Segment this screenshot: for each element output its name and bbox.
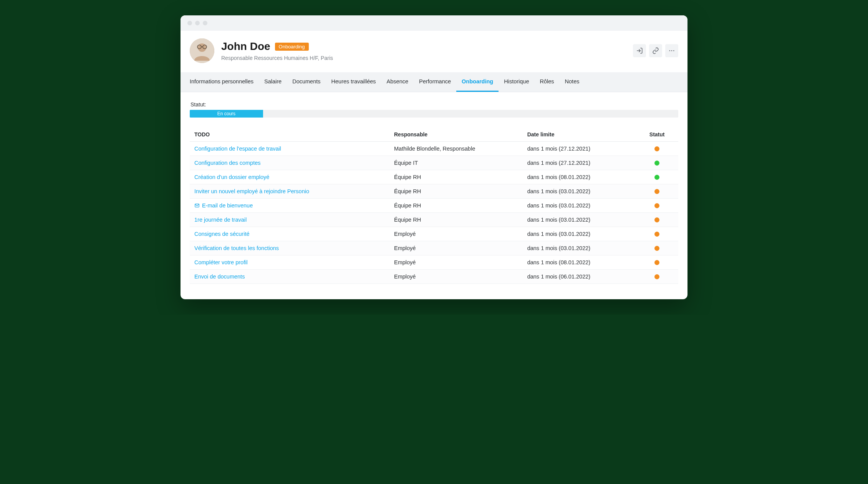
todo-link[interactable]: Création d'un dossier employé bbox=[194, 174, 394, 180]
link-button[interactable] bbox=[649, 44, 662, 57]
status-cell bbox=[640, 246, 674, 251]
tab-onboarding[interactable]: Onboarding bbox=[456, 72, 499, 92]
status-dot-orange bbox=[654, 189, 659, 194]
table-row: Consignes de sécuritéEmployédans 1 mois … bbox=[190, 227, 678, 241]
svg-point-6 bbox=[669, 50, 670, 51]
responsible-cell: Employé bbox=[394, 259, 527, 265]
table-row: Inviter un nouvel employé à rejoindre Pe… bbox=[190, 184, 678, 199]
avatar bbox=[190, 38, 214, 63]
employee-subtitle: Responsable Ressources Humaines H/F, Par… bbox=[221, 55, 626, 61]
link-icon bbox=[652, 47, 659, 54]
todo-label: Vérification de toutes les fonctions bbox=[194, 245, 279, 251]
status-cell bbox=[640, 161, 674, 166]
responsible-cell: Équipe RH bbox=[394, 188, 527, 194]
progress-bar: En cours bbox=[190, 110, 678, 118]
todo-link[interactable]: Envoi de documents bbox=[194, 273, 394, 280]
deadline-cell: dans 1 mois (08.01.2022) bbox=[527, 259, 641, 265]
responsible-cell: Équipe RH bbox=[394, 174, 527, 180]
responsible-cell: Employé bbox=[394, 245, 527, 251]
status-dot-orange bbox=[654, 260, 659, 265]
todo-label: Envoi de documents bbox=[194, 273, 245, 280]
responsible-cell: Équipe IT bbox=[394, 160, 527, 166]
onboarding-table: TODO Responsable Date limite Statut Conf… bbox=[190, 128, 678, 284]
avatar-placeholder-icon bbox=[190, 38, 214, 63]
progress-text: En cours bbox=[217, 111, 235, 116]
tab-documents[interactable]: Documents bbox=[287, 72, 326, 92]
todo-label: Compléter votre profil bbox=[194, 259, 248, 265]
todo-link[interactable]: Compléter votre profil bbox=[194, 259, 394, 265]
deadline-cell: dans 1 mois (03.01.2022) bbox=[527, 202, 641, 209]
status-cell bbox=[640, 217, 674, 222]
col-responsible: Responsable bbox=[394, 131, 527, 138]
profile-header: John Doe Onboarding Responsable Ressourc… bbox=[181, 31, 687, 72]
status-cell bbox=[640, 260, 674, 265]
status-label: Statut: bbox=[190, 101, 678, 108]
more-button[interactable] bbox=[665, 44, 678, 57]
tab-heures-travaill-es[interactable]: Heures travaillées bbox=[326, 72, 381, 92]
tab-historique[interactable]: Historique bbox=[499, 72, 534, 92]
svg-point-8 bbox=[673, 50, 674, 51]
responsible-cell: Mathilde Blondelle, Responsable bbox=[394, 146, 527, 152]
traffic-light-zoom[interactable] bbox=[203, 21, 207, 25]
status-dot-orange bbox=[654, 246, 659, 251]
todo-link[interactable]: E-mail de bienvenue bbox=[194, 202, 394, 209]
status-cell bbox=[640, 146, 674, 151]
responsible-cell: Équipe RH bbox=[394, 217, 527, 223]
tab-informations-personnelles[interactable]: Informations personnelles bbox=[184, 72, 259, 92]
status-cell bbox=[640, 274, 674, 279]
todo-label: Consignes de sécurité bbox=[194, 231, 249, 237]
table-row: E-mail de bienvenueÉquipe RHdans 1 mois … bbox=[190, 199, 678, 213]
status-cell bbox=[640, 203, 674, 208]
status-dot-orange bbox=[654, 217, 659, 222]
table-row: Configuration des comptesÉquipe ITdans 1… bbox=[190, 156, 678, 170]
todo-link[interactable]: Configuration de l'espace de travail bbox=[194, 146, 394, 152]
table-row: 1re journée de travailÉquipe RHdans 1 mo… bbox=[190, 213, 678, 227]
tab-r-les[interactable]: Rôles bbox=[535, 72, 560, 92]
deadline-cell: dans 1 mois (03.01.2022) bbox=[527, 231, 641, 237]
col-todo: TODO bbox=[194, 131, 394, 138]
tab-performance[interactable]: Performance bbox=[414, 72, 456, 92]
traffic-light-close[interactable] bbox=[187, 21, 192, 25]
status-dot-green bbox=[654, 175, 659, 180]
responsible-cell: Employé bbox=[394, 231, 527, 237]
status-cell bbox=[640, 175, 674, 180]
todo-label: 1re journée de travail bbox=[194, 217, 247, 223]
status-dot-orange bbox=[654, 203, 659, 208]
col-deadline: Date limite bbox=[527, 131, 641, 138]
todo-link[interactable]: Vérification de toutes les fonctions bbox=[194, 245, 394, 251]
todo-label: Création d'un dossier employé bbox=[194, 174, 269, 180]
login-as-button[interactable] bbox=[633, 44, 646, 57]
tab-salaire[interactable]: Salaire bbox=[259, 72, 287, 92]
tab-notes[interactable]: Notes bbox=[560, 72, 585, 92]
deadline-cell: dans 1 mois (27.12.2021) bbox=[527, 146, 641, 152]
titlebar bbox=[181, 15, 687, 31]
todo-label: Configuration de l'espace de travail bbox=[194, 146, 281, 152]
deadline-cell: dans 1 mois (06.01.2022) bbox=[527, 273, 641, 280]
status-dot-green bbox=[654, 161, 659, 166]
deadline-cell: dans 1 mois (03.01.2022) bbox=[527, 217, 641, 223]
todo-link[interactable]: Configuration des comptes bbox=[194, 160, 394, 166]
deadline-cell: dans 1 mois (03.01.2022) bbox=[527, 188, 641, 194]
todo-link[interactable]: Inviter un nouvel employé à rejoindre Pe… bbox=[194, 188, 394, 194]
todo-label: Configuration des comptes bbox=[194, 160, 261, 166]
mail-icon bbox=[194, 203, 200, 208]
tab-absence[interactable]: Absence bbox=[381, 72, 414, 92]
table-row: Configuration de l'espace de travailMath… bbox=[190, 142, 678, 156]
todo-link[interactable]: Consignes de sécurité bbox=[194, 231, 394, 237]
responsible-cell: Employé bbox=[394, 273, 527, 280]
todo-link[interactable]: 1re journée de travail bbox=[194, 217, 394, 223]
table-row: Vérification de toutes les fonctionsEmpl… bbox=[190, 241, 678, 255]
table-row: Création d'un dossier employéÉquipe RHda… bbox=[190, 170, 678, 184]
svg-point-7 bbox=[671, 50, 672, 51]
deadline-cell: dans 1 mois (08.01.2022) bbox=[527, 174, 641, 180]
login-icon bbox=[636, 47, 643, 54]
more-icon bbox=[668, 47, 675, 54]
status-badge: Onboarding bbox=[275, 43, 309, 51]
responsible-cell: Équipe RH bbox=[394, 202, 527, 209]
table-row: Envoi de documentsEmployédans 1 mois (06… bbox=[190, 270, 678, 284]
header-actions bbox=[633, 44, 678, 57]
tabs: Informations personnellesSalaireDocument… bbox=[181, 72, 687, 92]
app-window: John Doe Onboarding Responsable Ressourc… bbox=[181, 15, 687, 299]
traffic-light-minimize[interactable] bbox=[195, 21, 200, 25]
deadline-cell: dans 1 mois (03.01.2022) bbox=[527, 245, 641, 251]
